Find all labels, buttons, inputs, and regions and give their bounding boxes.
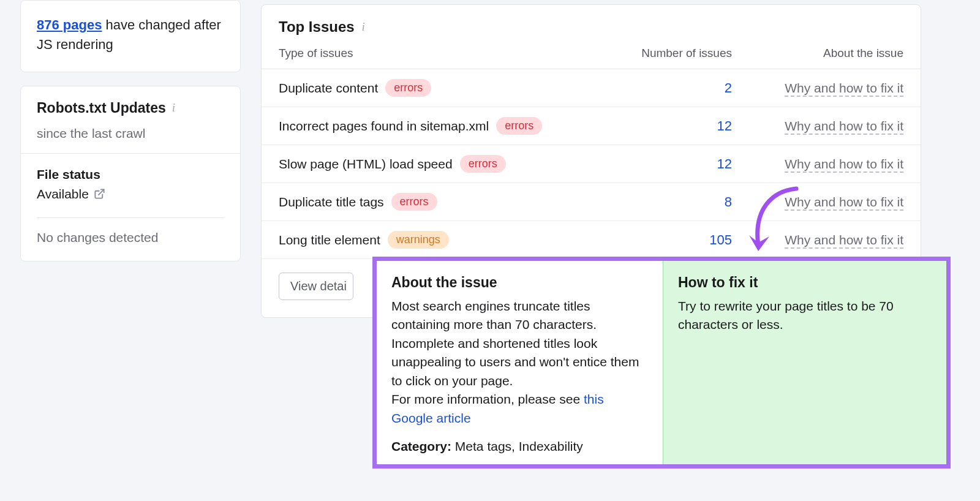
popup-about-title: About the issue xyxy=(391,274,648,291)
view-details-button[interactable]: View detai xyxy=(279,273,353,300)
popup-category-value: Meta tags, Indexability xyxy=(451,439,583,453)
popup-fix-section: How to fix it Try to rewrite your page t… xyxy=(663,261,946,464)
issue-row[interactable]: Duplicate content errors 2 Why and how t… xyxy=(262,69,921,107)
issue-count[interactable]: 8 xyxy=(603,194,744,210)
badge-errors: errors xyxy=(391,193,437,211)
col-about-header: About the issue xyxy=(744,47,903,60)
pages-changed-link[interactable]: 876 pages xyxy=(37,17,102,32)
why-fix-link[interactable]: Why and how to fix it xyxy=(785,157,903,173)
robots-updates-card: Robots.txt Updates i since the last craw… xyxy=(20,86,241,262)
issue-name: Long title element xyxy=(279,233,380,247)
robots-card-subtitle: since the last crawl xyxy=(21,126,240,153)
badge-errors: errors xyxy=(460,155,506,173)
issue-count[interactable]: 105 xyxy=(603,232,744,248)
why-fix-link[interactable]: Why and how to fix it xyxy=(785,81,903,97)
annotation-arrow-icon xyxy=(747,185,815,265)
file-status-label: File status xyxy=(37,167,225,182)
badge-errors: errors xyxy=(385,79,431,97)
issue-count[interactable]: 12 xyxy=(603,156,744,172)
popup-fix-body: Try to rewrite your page titles to be 70… xyxy=(678,297,932,334)
popup-category-label: Category: xyxy=(391,439,451,453)
svg-line-0 xyxy=(99,190,104,195)
js-rendering-card: 876 pages have changed after JS renderin… xyxy=(20,0,241,72)
issue-count[interactable]: 12 xyxy=(603,118,744,134)
issue-name: Incorrect pages found in sitemap.xml xyxy=(279,119,489,134)
popup-more-info-prefix: For more information, please see xyxy=(391,392,584,406)
file-status-value: Available xyxy=(37,187,89,202)
issue-name: Slow page (HTML) load speed xyxy=(279,157,453,171)
issue-row[interactable]: Duplicate title tags errors 8 Why and ho… xyxy=(262,183,921,221)
info-icon[interactable]: i xyxy=(362,20,365,34)
table-header: Type of issues Number of issues About th… xyxy=(262,47,921,69)
issue-name: Duplicate content xyxy=(279,81,378,96)
popup-about-body: Most search engines truncate titles cont… xyxy=(391,299,639,388)
issue-row[interactable]: Incorrect pages found in sitemap.xml err… xyxy=(262,107,921,145)
popup-fix-title: How to fix it xyxy=(678,274,932,291)
panel-title: Top Issues i xyxy=(279,18,365,36)
issue-count[interactable]: 2 xyxy=(603,80,744,96)
col-type-header: Type of issues xyxy=(279,47,603,60)
issue-row[interactable]: Slow page (HTML) load speed errors 12 Wh… xyxy=(262,145,921,183)
issue-name: Duplicate title tags xyxy=(279,195,384,209)
robots-card-title: Robots.txt Updates i xyxy=(37,100,175,116)
issue-row[interactable]: Long title element warnings 105 Why and … xyxy=(262,221,921,259)
info-icon[interactable]: i xyxy=(172,101,175,115)
no-changes-text: No changes detected xyxy=(21,218,240,261)
external-link-icon[interactable] xyxy=(94,188,105,200)
popup-about-section: About the issue Most search engines trun… xyxy=(377,261,663,464)
badge-errors: errors xyxy=(496,117,542,135)
why-fix-link[interactable]: Why and how to fix it xyxy=(785,119,903,135)
col-number-header: Number of issues xyxy=(603,47,744,60)
badge-warnings: warnings xyxy=(388,231,449,249)
issue-detail-popup: About the issue Most search engines trun… xyxy=(372,257,951,469)
